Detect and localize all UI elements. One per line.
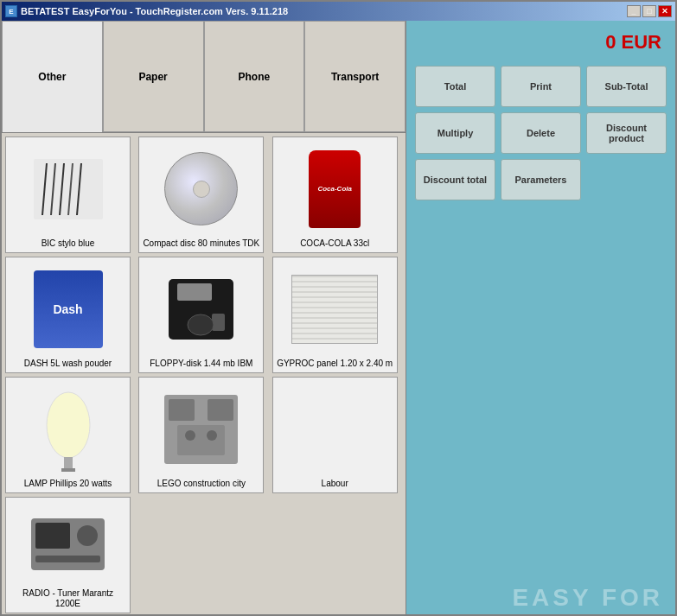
product-cd-label: Compact disc 80 minutes TDK [143, 238, 259, 249]
svg-rect-12 [61, 468, 75, 472]
product-radio[interactable]: RADIO - Tuner Marantz 1200E [5, 497, 131, 613]
svg-rect-8 [212, 314, 225, 331]
tab-bar: Other Paper Phone Transport [2, 21, 406, 133]
tab-paper[interactable]: Paper [103, 21, 204, 132]
product-cola-label: COCA-COLA 33cl [300, 238, 369, 249]
button-grid: Total Print Sub-Total Multiply Delete Di… [410, 60, 672, 206]
delete-button[interactable]: Delete [501, 112, 581, 154]
empty-cell [586, 159, 667, 200]
product-grid: BIC stylo blue Compact disc 80 minutes T… [2, 133, 406, 614]
tab-phone[interactable]: Phone [204, 21, 305, 132]
svg-rect-15 [208, 399, 233, 421]
close-button[interactable]: ✕ [658, 5, 672, 17]
product-dash-label: DASH 5L wash pouder [24, 359, 112, 369]
product-labour[interactable]: Labour [272, 377, 398, 493]
svg-point-21 [77, 525, 98, 546]
window-controls: _ □ ✕ [627, 5, 672, 17]
product-gyproc[interactable]: GYPROC panel 1.20 x 2.40 m [272, 257, 398, 373]
minimize-button[interactable]: _ [627, 5, 641, 17]
svg-rect-14 [169, 399, 195, 421]
svg-point-9 [188, 314, 214, 335]
left-panel: Other Paper Phone Transport [2, 21, 406, 614]
content-area: Other Paper Phone Transport [2, 21, 675, 614]
svg-rect-7 [177, 283, 212, 301]
parameters-button[interactable]: Parameters [501, 159, 581, 200]
product-gyproc-label: GYPROC panel 1.20 x 2.40 m [277, 359, 393, 369]
watermark: EASY FOR [512, 584, 663, 612]
product-bic-label: BIC stylo blue [42, 238, 95, 249]
svg-point-18 [207, 430, 217, 441]
window-title: BETATEST EasyForYou - TouchRegister.com … [21, 6, 288, 16]
svg-rect-11 [64, 457, 73, 470]
product-floppy[interactable]: FLOPPY-disk 1.44 mb IBM [138, 257, 264, 373]
app-icon: E [5, 5, 17, 17]
svg-point-17 [185, 430, 195, 441]
multiply-button[interactable]: Multiply [415, 112, 495, 154]
product-lamp-label: LAMP Phillips 20 watts [24, 479, 112, 489]
sub-total-button[interactable]: Sub-Total [586, 66, 667, 107]
print-button[interactable]: Print [501, 66, 581, 107]
amount-display: 0 EUR [410, 24, 672, 60]
tab-other[interactable]: Other [2, 21, 103, 132]
product-cd[interactable]: Compact disc 80 minutes TDK [138, 137, 264, 253]
product-floppy-label: FLOPPY-disk 1.44 mb IBM [150, 359, 252, 369]
discount-product-button[interactable]: Discount product [586, 112, 667, 154]
product-cola[interactable]: Coca-Cola COCA-COLA 33cl [272, 137, 398, 253]
total-button[interactable]: Total [415, 66, 495, 107]
product-dash[interactable]: Dash DASH 5L wash pouder [5, 257, 131, 373]
tab-transport[interactable]: Transport [304, 21, 406, 132]
svg-rect-16 [177, 425, 225, 455]
discount-total-button[interactable]: Discount total [415, 159, 495, 200]
maximize-button[interactable]: □ [642, 5, 656, 17]
svg-rect-20 [35, 523, 70, 549]
bottom-bar: EASY FOR [410, 585, 672, 611]
product-radio-label: RADIO - Tuner Marantz 1200E [10, 588, 126, 609]
right-panel: 0 EUR Total Print Sub-Total Multiply Del… [406, 21, 675, 614]
main-window: E BETATEST EasyForYou - TouchRegister.co… [0, 0, 677, 616]
svg-point-10 [47, 392, 90, 458]
svg-rect-22 [35, 556, 100, 562]
title-bar: E BETATEST EasyForYou - TouchRegister.co… [2, 2, 675, 21]
product-labour-label: Labour [322, 479, 348, 489]
product-lamp[interactable]: LAMP Phillips 20 watts [5, 377, 131, 493]
product-lego-label: LEGO construction city [157, 479, 246, 489]
product-bic[interactable]: BIC stylo blue [5, 137, 131, 253]
spacer [410, 206, 672, 585]
product-lego[interactable]: LEGO construction city [138, 377, 264, 493]
